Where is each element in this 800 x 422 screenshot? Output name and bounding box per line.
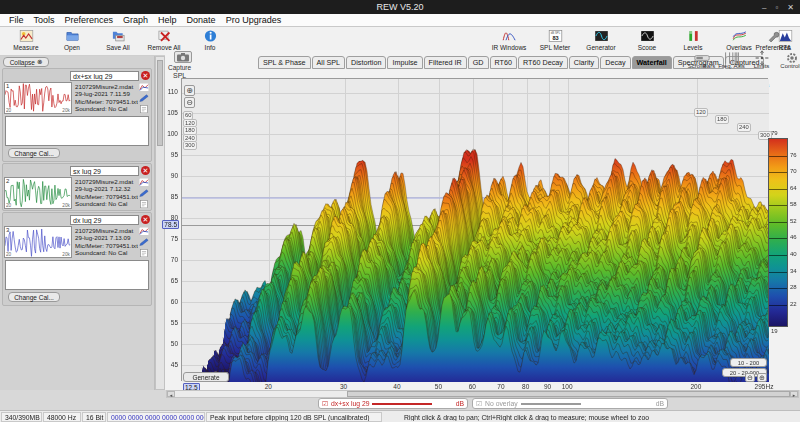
maximize-button[interactable]: ▫	[775, 3, 778, 12]
change-cal-button[interactable]: Change Cal...	[8, 148, 60, 158]
scrollbars-button[interactable]: ScrollBars	[688, 50, 715, 69]
zoom-out-button[interactable]: ⊖	[184, 97, 195, 108]
collapse-icon: ⊗	[37, 58, 42, 66]
remove-measurement-button[interactable]: ✕	[141, 71, 150, 80]
collapse-button[interactable]: Collapse ⊗	[3, 57, 49, 67]
legend-entry: ☑No overlaydB	[472, 398, 668, 409]
frequency-tick-label: 200	[690, 383, 701, 390]
menu-item-help[interactable]: Help	[153, 15, 182, 25]
remove-measurement-button[interactable]: ✕	[141, 166, 150, 175]
notes-icon[interactable]	[139, 105, 149, 114]
spl-tick-label: 75	[171, 235, 178, 242]
pencil-icon[interactable]	[139, 238, 149, 247]
measurement-mic: Mic/Meter: 7079451.txt	[75, 242, 138, 249]
time-axis-label-left: 300	[183, 141, 197, 150]
waterfall-plot-canvas[interactable]	[182, 79, 769, 382]
svg-text:dB SPL: dB SPL	[550, 30, 560, 34]
measurement-info: 210729Misure2.mdat29-lug-2021 7.12.32Mic…	[72, 177, 138, 209]
notes-icon[interactable]	[139, 200, 149, 209]
measurement-name-field[interactable]: dx lug 29	[70, 215, 139, 225]
measurement-soundcard: Soundcard: No Cal	[75, 249, 138, 256]
close-button[interactable]: ✕	[787, 3, 794, 12]
measurement-thumbnail[interactable]: 32020k	[4, 226, 72, 258]
controls-icon	[784, 50, 800, 63]
impulse-waveform	[5, 227, 71, 257]
color-scale-tick-label: 22	[790, 301, 797, 307]
tab-all-spl[interactable]: All SPL	[312, 56, 346, 69]
color-scale-tick	[769, 172, 787, 173]
remove-measurement-button[interactable]: ✕	[141, 215, 150, 224]
menu-item-preferences[interactable]: Preferences	[60, 15, 119, 25]
measurement-notes-field[interactable]	[5, 116, 149, 146]
legend-checkbox[interactable]: ☑	[322, 400, 328, 408]
save-all-button[interactable]: Save All	[95, 28, 141, 55]
frequency-tick-label: 80	[522, 383, 529, 390]
trace-settings-icon[interactable]	[139, 83, 149, 92]
freq-axis-button[interactable]: Freq. Axis	[718, 50, 745, 69]
menu-item-tools[interactable]: Tools	[29, 15, 60, 25]
tab-rt60-decay[interactable]: RT60 Decay	[518, 56, 568, 69]
tab-filtered-ir[interactable]: Filtered IR	[424, 56, 467, 69]
measure-button[interactable]: Measure	[3, 28, 49, 55]
pencil-icon[interactable]	[139, 189, 149, 198]
measurement-number: 2	[6, 178, 9, 184]
scroll-left-arrow-icon[interactable]: ◂	[167, 391, 175, 397]
tab-gd[interactable]: GD	[468, 56, 489, 69]
tab-distortion[interactable]: Distortion	[346, 56, 386, 69]
horizontal-scrollbar-thumb[interactable]	[347, 391, 790, 397]
menu-item-pro-upgrades[interactable]: Pro Upgrades	[221, 15, 287, 25]
scroll-right-arrow-icon[interactable]: ▸	[790, 391, 798, 397]
tab-waterfall[interactable]: Waterfall	[632, 56, 672, 69]
trace-settings-icon[interactable]	[139, 227, 149, 236]
measurement-body: 22020k210729Misure2.mdat29-lug-2021 7.12…	[4, 177, 150, 209]
window-title: REW V5.20	[376, 2, 423, 12]
limits-button[interactable]: Limits	[748, 50, 775, 69]
legend-checkbox[interactable]: ☑	[476, 400, 482, 408]
spl-tick-label: 55	[171, 319, 178, 326]
menu-item-file[interactable]: File	[4, 15, 29, 25]
spl-tick-label: 110	[168, 88, 178, 95]
scrollbars-icon	[694, 50, 710, 63]
menu-item-donate[interactable]: Donate	[182, 15, 221, 25]
frequency-tick-label: 50	[435, 383, 442, 390]
measurement-name-field[interactable]: dx+sx lug 29	[70, 71, 139, 81]
change-cal-button[interactable]: Change Cal...	[8, 292, 60, 302]
capture-button[interactable]	[174, 51, 192, 63]
input-level-monitor: 0000 0000 0000 0000 0000 0000	[107, 412, 205, 422]
controls-button[interactable]: Controls	[778, 50, 800, 69]
plot-zoom-out-button[interactable]: ⊖	[745, 373, 755, 382]
thumb-freq-min: 20	[6, 108, 11, 113]
menu-item-graph[interactable]: Graph	[118, 15, 153, 25]
open-button[interactable]: Open	[49, 28, 95, 55]
bit-depth: 16 Bit	[82, 412, 106, 422]
generate-button[interactable]: Generate	[183, 372, 229, 382]
tab-impulse[interactable]: Impulse	[387, 56, 422, 69]
graph-view-buttons: ScrollBarsFreq. AxisLimitsControls	[688, 50, 800, 69]
measurement-name-field[interactable]: sx lug 29	[70, 166, 139, 176]
freq-range-preset-bass[interactable]: 10 - 200	[730, 358, 767, 367]
color-scale-tick-label: 28	[790, 284, 797, 290]
trace-settings-icon[interactable]	[139, 178, 149, 187]
measurement-thumbnail[interactable]: 12020k	[4, 82, 72, 114]
pencil-icon[interactable]	[139, 94, 149, 103]
measurement-notes-field[interactable]	[5, 260, 149, 290]
minimize-button[interactable]: –	[762, 3, 766, 12]
measurement-thumbnail[interactable]: 22020k	[4, 177, 72, 209]
spl-tick-label: 95	[171, 151, 178, 158]
tab-decay[interactable]: Decay	[600, 56, 630, 69]
tab-clarity[interactable]: Clarity	[569, 56, 599, 69]
tab-spl-phase[interactable]: SPL & Phase	[258, 56, 311, 69]
title-bar[interactable]: REW V5.20 – ▫ ✕	[0, 0, 800, 14]
horizontal-scrollbar[interactable]: ◂ ▸	[166, 390, 799, 398]
tab-rt60[interactable]: RT60	[490, 56, 517, 69]
zoom-in-button[interactable]: ⊕	[184, 85, 195, 96]
frequency-tick-label: 30	[340, 383, 347, 390]
frequency-tick-label: 20	[265, 383, 272, 390]
sidebar-scrollbar-thumb[interactable]	[157, 60, 163, 146]
measurements-sidebar: Collapse ⊗ dx+sx lug 29✕12020k210729Misu…	[0, 56, 155, 390]
notes-icon[interactable]	[139, 249, 149, 258]
plot-zoom-in-button[interactable]: ⊕	[757, 373, 767, 382]
color-scale-tick	[769, 156, 787, 157]
measurement-file: 210729Misure2.mdat	[75, 178, 138, 185]
measurement-file: 210729Misure2.mdat	[75, 227, 138, 234]
